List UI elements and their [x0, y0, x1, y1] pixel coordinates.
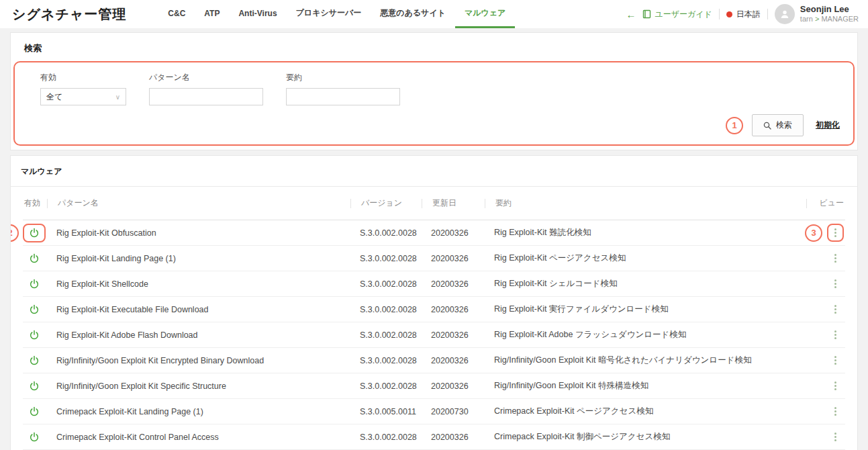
header-utilities: ← ユーザーガイド 日本語 Seonjin Lee: [626, 0, 859, 28]
annotation-highlight-toggle: [23, 275, 46, 294]
search-panel-title: 検索: [13, 41, 855, 61]
version-cell: S.3.0.002.0028: [360, 433, 431, 442]
annotation-highlight-toggle: [23, 224, 46, 242]
user-menu[interactable]: Seonjin Lee tarn > MANAGER: [775, 4, 859, 24]
pattern-name-cell: Rig Exploit-Kit Shellcode: [56, 279, 360, 289]
power-toggle-icon[interactable]: [29, 406, 40, 417]
tab-malware[interactable]: マルウェア: [455, 0, 515, 28]
col-header-summary: 要約: [494, 197, 816, 209]
updated-date-cell: 20200326: [431, 305, 494, 314]
summary-cell: Rig Exploit-Kit 実行ファイルダウンロード検知: [494, 304, 816, 315]
kebab-menu-icon[interactable]: [833, 228, 838, 238]
kebab-menu-icon[interactable]: [833, 330, 838, 340]
pattern-name-cell: Crimepack Exploit-Kit Landing Page (1): [56, 407, 360, 416]
pattern-name-label: パターン名: [149, 72, 263, 83]
updated-date-cell: 20200326: [431, 433, 494, 442]
annotation-highlight-view-menu: [827, 224, 844, 242]
version-cell: S.3.0.002.0028: [360, 356, 431, 365]
version-cell: S.3.0.002.0028: [360, 381, 431, 391]
enabled-filter-value: 全て: [46, 91, 62, 103]
summary-cell: Rig/Infinity/Goon Exploit Kit 特殊構造検知: [494, 380, 816, 392]
annotation-step-3: 3: [805, 224, 822, 242]
person-icon: [779, 9, 790, 19]
language-dot-icon: [726, 11, 732, 17]
power-toggle-icon[interactable]: [29, 355, 40, 366]
annotation-highlight-toggle: [23, 351, 46, 370]
annotation-highlight-toggle: [23, 326, 46, 345]
annotation-highlight-view-menu: [827, 249, 844, 267]
user-org-role: tarn > MANAGER: [800, 15, 859, 24]
tab-proxy-server[interactable]: プロキシサーバー: [287, 0, 371, 28]
tab-antivirus[interactable]: Anti-Virus: [229, 0, 286, 28]
annotation-highlight-view-menu: [827, 351, 844, 369]
col-header-version: バージョン: [360, 197, 431, 209]
back-arrow-icon[interactable]: ←: [626, 9, 636, 19]
user-role: MANAGER: [821, 15, 859, 23]
summary-cell: Rig Exploit-Kit 難読化検知: [494, 227, 816, 238]
enabled-filter-label: 有効: [40, 72, 126, 83]
power-toggle-icon[interactable]: [29, 432, 40, 443]
language-selector[interactable]: 日本語: [726, 9, 761, 20]
pattern-name-input[interactable]: [149, 88, 263, 105]
power-toggle-icon[interactable]: [29, 279, 40, 289]
summary-input[interactable]: [286, 88, 400, 105]
annotation-highlight-toggle: [23, 428, 46, 447]
table-header-row: 有効 パターン名 バージョン 更新日 要約 ビュー: [23, 187, 845, 220]
table-row: Rig/Infinity/Goon Exploit Kit Specific S…: [23, 373, 845, 399]
power-toggle-icon[interactable]: [29, 228, 40, 238]
kebab-menu-icon[interactable]: [833, 381, 838, 391]
search-button[interactable]: 検索: [752, 114, 804, 136]
version-cell: S.3.0.005.0011: [360, 407, 431, 416]
kebab-menu-icon[interactable]: [833, 406, 838, 416]
updated-date-cell: 20200730: [431, 407, 494, 416]
table-row: Rig Exploit-Kit Shellcode S.3.0.002.0028…: [23, 271, 845, 297]
tab-malicious-site[interactable]: 悪意のあるサイト: [371, 0, 455, 28]
power-toggle-icon[interactable]: [29, 304, 40, 315]
tab-bar: C&C ATP Anti-Virus プロキシサーバー 悪意のあるサイト マルウ…: [158, 0, 515, 28]
updated-date-cell: 20200326: [431, 279, 494, 289]
pattern-name-cell: Rig/Infinity/Goon Exploit Kit Specific S…: [56, 381, 360, 391]
updated-date-cell: 20200326: [431, 228, 494, 238]
updated-date-cell: 20200326: [431, 254, 494, 263]
annotation-highlight-view-menu: [827, 300, 844, 318]
user-name: Seonjin Lee: [800, 4, 859, 15]
version-cell: S.3.0.002.0028: [360, 330, 431, 340]
updated-date-cell: 20200326: [431, 356, 494, 365]
magnifier-icon: [763, 122, 771, 130]
table-row: Rig Exploit-Kit Executable File Download…: [23, 297, 845, 322]
annotation-step-1: 1: [726, 117, 743, 134]
table-row: Crimepack Exploit-Kit Control Panel Acce…: [23, 424, 845, 450]
summary-cell: Rig Exploit-Kit Adobe フラッシュダウンロード検知: [494, 329, 816, 341]
summary-cell: Rig/Infinity/Goon Exploit Kit 暗号化されたバイナリ…: [494, 355, 816, 366]
col-header-view: ビュー: [816, 197, 845, 209]
annotation-highlight-view-menu: [827, 402, 844, 420]
kebab-menu-icon[interactable]: [833, 279, 838, 289]
org-role-separator: >: [815, 15, 819, 23]
kebab-menu-icon[interactable]: [833, 253, 838, 263]
pattern-name-cell: Crimepack Exploit-Kit Control Panel Acce…: [56, 433, 360, 442]
tab-atp[interactable]: ATP: [195, 0, 229, 28]
reset-link[interactable]: 初期化: [816, 120, 840, 131]
chevron-down-icon: ∨: [115, 93, 120, 101]
tab-cc[interactable]: C&C: [158, 0, 195, 28]
summary-cell: Crimepack Exploit-Kit ページアクセス検知: [494, 406, 816, 417]
user-org: tarn: [800, 15, 813, 23]
search-button-label: 検索: [776, 120, 792, 131]
divider: [767, 9, 768, 19]
annotation-highlight-view-menu: [827, 326, 844, 344]
annotation-step-2: 2: [10, 224, 19, 242]
enabled-filter-select[interactable]: 全て ∨: [40, 88, 126, 105]
version-cell: S.3.0.002.0028: [360, 305, 431, 314]
kebab-menu-icon[interactable]: [833, 304, 838, 314]
kebab-menu-icon[interactable]: [833, 355, 838, 365]
user-guide-link[interactable]: ユーザーガイド: [642, 9, 712, 20]
summary-cell: Rig Exploit-Kit ページアクセス検知: [494, 253, 816, 264]
table-row: Rig Exploit-Kit Adobe Flash Download S.3…: [23, 322, 845, 348]
power-toggle-icon[interactable]: [29, 253, 40, 264]
annotation-highlight-toggle: [23, 300, 46, 319]
col-header-enabled: 有効: [23, 197, 56, 209]
power-toggle-icon[interactable]: [29, 330, 40, 341]
power-toggle-icon[interactable]: [29, 381, 40, 392]
kebab-menu-icon[interactable]: [833, 432, 838, 442]
pattern-name-cell: Rig Exploit-Kit Obfuscation: [56, 228, 360, 238]
